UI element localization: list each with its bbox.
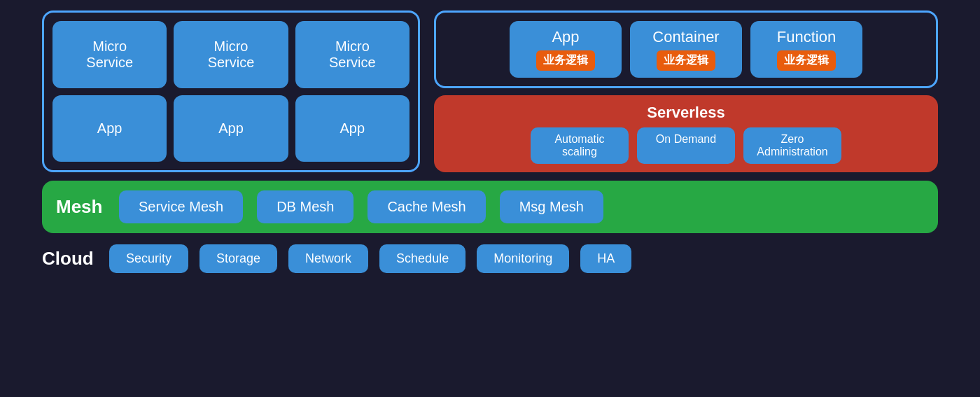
diagram-container: MicroService MicroService MicroService A…	[0, 0, 980, 397]
security-tile: Security	[109, 244, 188, 273]
automatic-scaling-tile: Automaticscaling	[531, 127, 629, 164]
function-badge: 业务逻辑	[777, 50, 836, 71]
network-tile: Network	[288, 244, 368, 273]
on-demand-tile: On Demand	[637, 127, 735, 164]
cloud-row: Cloud Security Storage Network Schedule …	[42, 242, 938, 276]
micro-service-1: MicroService	[52, 21, 167, 88]
mesh-row: Mesh Service Mesh DB Mesh Cache Mesh Msg…	[42, 181, 938, 233]
schedule-tile: Schedule	[379, 244, 465, 273]
micro-service-2: MicroService	[174, 21, 288, 88]
left-panel: MicroService MicroService MicroService A…	[42, 11, 420, 172]
ha-tile: HA	[580, 244, 631, 273]
container-function-tile: Container 业务逻辑	[630, 21, 742, 78]
app-title: App	[552, 28, 579, 46]
cache-mesh-tile: Cache Mesh	[368, 190, 485, 223]
right-panel: App 业务逻辑 Container 业务逻辑 Function 业务逻辑 Se…	[434, 11, 938, 172]
zero-admin-tile: ZeroAdministration	[743, 127, 841, 164]
top-row: MicroService MicroService MicroService A…	[42, 11, 938, 172]
db-mesh-tile: DB Mesh	[257, 190, 354, 223]
app-function-tile: App 业务逻辑	[510, 21, 622, 78]
cloud-label: Cloud	[42, 248, 98, 270]
app-badge: 业务逻辑	[536, 50, 595, 71]
serverless-title: Serverless	[445, 104, 927, 122]
app-container-function-row: App 业务逻辑 Container 业务逻辑 Function 业务逻辑	[434, 11, 938, 88]
msg-mesh-tile: Msg Mesh	[500, 190, 603, 223]
app-tile-3: App	[295, 95, 410, 162]
micro-service-3: MicroService	[295, 21, 410, 88]
storage-tile: Storage	[200, 244, 277, 273]
app-tile-1: App	[52, 95, 167, 162]
monitoring-tile: Monitoring	[477, 244, 569, 273]
app-tile-2: App	[174, 95, 288, 162]
container-badge: 业务逻辑	[657, 50, 715, 71]
mesh-label: Mesh	[56, 196, 105, 218]
function-title: Function	[777, 28, 836, 46]
container-title: Container	[652, 28, 719, 46]
serverless-row: Serverless Automaticscaling On Demand Ze…	[434, 95, 938, 172]
service-mesh-tile: Service Mesh	[119, 190, 243, 223]
function-tile: Function 业务逻辑	[750, 21, 862, 78]
serverless-items: Automaticscaling On Demand ZeroAdministr…	[445, 127, 927, 164]
